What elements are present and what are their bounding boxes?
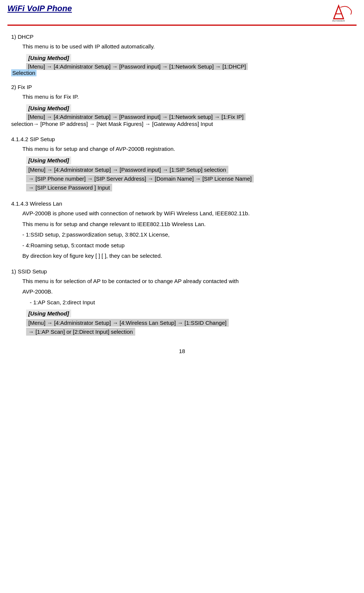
ssid-setup-title: 1) SSID Setup (11, 267, 353, 276)
wireless-lan-bullet1: - 1:SSID setup, 2:passwordization setup,… (22, 231, 353, 239)
sip-method-label-wrap: [Using Method] (26, 156, 353, 166)
dhcp-selection: Selection (11, 69, 37, 76)
dhcp-title: 1) DHCP (11, 32, 353, 41)
sip-method-line1-wrap: [Menu] → [4:Administrator Setup] → [Pass… (26, 166, 353, 175)
section-sip-setup: 4.1.4.2 SIP Setup This menu is for setup… (11, 135, 353, 193)
ssid-setup-desc1: This menu is for selection of AP to be c… (22, 277, 353, 286)
section-ssid-setup: 1) SSID Setup This menu is for selection… (11, 267, 353, 337)
wireless-lan-desc2: This menu is for setup and change releva… (22, 220, 353, 229)
fix-ip-method-line1-wrap: [Menu] → [4:Administrator Setup] → [Pass… (26, 114, 353, 120)
dhcp-method-indent: [Using Method] (26, 54, 353, 63)
fix-ip-method-block: [Using Method] [Menu] → [4:Administrator… (11, 104, 353, 129)
dhcp-description: This menu is to be used with IP allotted… (22, 42, 353, 51)
page-container: WiFi VoIP Phone Acrowave systems 1) DHCP… (0, 0, 364, 593)
wireless-lan-title: 4.1.4.3 Wireless Lan (11, 199, 353, 208)
ssid-using-method-label: [Using Method] (26, 310, 71, 317)
section-wireless-lan: 4.1.4.3 Wireless Lan AVP-2000B is phone … (11, 199, 353, 260)
svg-text:Acrowave: Acrowave (332, 19, 345, 22)
wireless-lan-bullet2: - 4:Roaming setup, 5:contact mode setup (22, 241, 353, 250)
sip-setup-description: This menu is for setup and change of AVP… (22, 145, 353, 153)
ssid-method-line2: → [1:AP Scan] or [2:Direct Input] select… (26, 328, 135, 336)
ssid-method-block: [Using Method] [Menu] → [4:Administrator… (11, 310, 353, 337)
sip-method-line3-wrap: → [SIP License Password ] Input (26, 184, 353, 193)
dhcp-method-block: [Using Method] [Menu] → [4:Administrator… (11, 54, 353, 76)
page-header: WiFi VoIP Phone Acrowave systems (7, 4, 357, 26)
dhcp-method-content: [Menu] → [4:Administrator Setup] → [Pass… (26, 63, 248, 70)
fix-ip-description: This menu is for Fix IP. (22, 93, 353, 101)
ssid-method-line1: [Menu] → [4:Administrator Setup] → [4:Wi… (26, 319, 229, 327)
section-dhcp: 1) DHCP This menu is to be used with IP … (11, 32, 353, 76)
wireless-lan-desc1: AVP-2000B is phone used with connection … (22, 209, 353, 218)
dhcp-using-method-label: [Using Method] (26, 54, 71, 62)
page-content: 1) DHCP This menu is to be used with IP … (7, 32, 357, 337)
sip-method-line2: → [SIP Phone number] → [SIP Server Addre… (26, 175, 254, 183)
sip-method-block: [Using Method] [Menu] → [4:Administrator… (11, 156, 353, 193)
sip-using-method-label: [Using Method] (26, 156, 71, 164)
ssid-setup-desc2: AVP-2000B. (22, 288, 353, 296)
fix-ip-method-label-wrap: [Using Method] (26, 104, 353, 114)
svg-marker-0 (334, 6, 344, 19)
fix-ip-method-line1: [Menu] → [4:Administrator Setup] → [Pass… (26, 113, 246, 120)
ssid-method-line1-wrap: [Menu] → [4:Administrator Setup] → [4:Wi… (26, 319, 353, 328)
section-fix-ip: 2) Fix IP This menu is for Fix IP. [Usin… (11, 83, 353, 128)
wireless-lan-desc3: By direction key of figure key [ ] [ ], … (22, 252, 353, 260)
dhcp-method-text: [Menu] → [4:Administrator Setup] → [Pass… (28, 63, 246, 70)
dhcp-selection-line: Selection (11, 70, 353, 76)
ssid-method-line2-wrap: → [1:AP Scan] or [2:Direct Input] select… (26, 328, 353, 337)
fix-ip-using-method-label: [Using Method] (26, 104, 71, 112)
fix-ip-method-line2: selection→ [Phone IP address] → [Net Mas… (11, 120, 353, 129)
ssid-setup-bullets: - 1:AP Scan, 2:direct Input (30, 298, 353, 307)
sip-setup-title: 4.1.4.2 SIP Setup (11, 135, 353, 143)
ssid-method-label-wrap: [Using Method] (26, 310, 353, 319)
acrowave-logo: Acrowave systems (330, 4, 357, 22)
dhcp-method-line: [Menu] → [4:Administrator Setup] → [Pass… (26, 63, 353, 70)
sip-method-line1: [Menu] → [4:Administrator Setup] → [Pass… (26, 166, 228, 174)
sip-method-line3: → [SIP License Password ] Input (26, 184, 112, 191)
page-number: 18 (7, 348, 357, 354)
page-title: WiFi VoIP Phone (7, 4, 72, 13)
sip-method-line2-wrap: → [SIP Phone number] → [SIP Server Addre… (26, 175, 353, 184)
fix-ip-title: 2) Fix IP (11, 83, 353, 91)
